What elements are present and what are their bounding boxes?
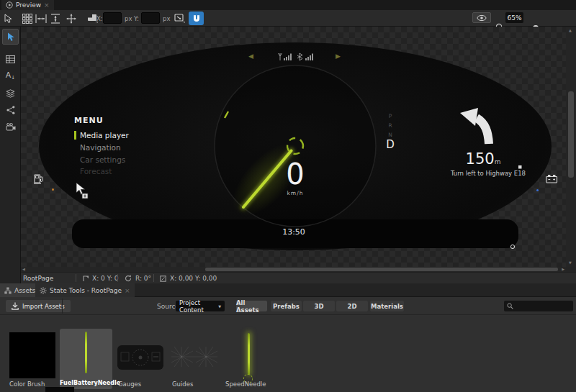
table-view-button[interactable] bbox=[2, 51, 19, 67]
rotation-icon bbox=[125, 275, 132, 282]
magnet-icon bbox=[192, 14, 201, 23]
tab-preview[interactable]: Preview × bbox=[1, 0, 54, 10]
eye-icon bbox=[477, 14, 487, 22]
horizontal-scrollbar[interactable]: ◀ ▶ bbox=[21, 267, 566, 272]
selection-tool-button[interactable] bbox=[1, 12, 15, 25]
y-label: Y: bbox=[134, 15, 139, 22]
asset-label: SpeedNeedle bbox=[225, 380, 266, 388]
text-tool-button[interactable]: A↓ bbox=[2, 68, 19, 84]
source-value: Project Content bbox=[179, 299, 218, 314]
cursor-icon bbox=[6, 32, 15, 42]
distribute-vertical-button[interactable] bbox=[48, 12, 63, 25]
center-expand-button[interactable] bbox=[64, 12, 78, 25]
cursor-icon bbox=[4, 14, 13, 24]
import-icon bbox=[12, 302, 19, 310]
assets-tab-label: Assets bbox=[14, 287, 35, 294]
reset-position-button[interactable] bbox=[172, 12, 186, 25]
select-tool-button[interactable] bbox=[2, 29, 19, 45]
grid-icon bbox=[22, 14, 32, 24]
close-icon[interactable]: × bbox=[125, 287, 130, 294]
guide-marker-dot-orange bbox=[52, 188, 54, 191]
rotation-value: R: 0° bbox=[135, 275, 151, 282]
tab-state-tools[interactable]: State Tools - RootPage × bbox=[35, 283, 135, 297]
zoom-level-value[interactable]: 65% bbox=[505, 12, 523, 23]
vertical-scrollbar[interactable]: ▲ ▼ bbox=[566, 27, 576, 267]
filter-2d[interactable]: 2D bbox=[336, 301, 368, 311]
separator bbox=[117, 274, 118, 282]
snapping-toggle-button[interactable] bbox=[189, 12, 204, 25]
size-icon bbox=[160, 275, 166, 282]
search-assets-box[interactable] bbox=[504, 301, 573, 311]
main-toolbar: X: px Y: px bbox=[0, 10, 576, 27]
filter-all-assets[interactable]: All Assets bbox=[236, 301, 267, 311]
y-input[interactable] bbox=[141, 12, 160, 24]
application-window: Preview × bbox=[0, 0, 576, 392]
assets-tree-icon bbox=[4, 287, 12, 294]
asset-thumb-speed-needle[interactable] bbox=[234, 332, 263, 386]
battery-icon bbox=[546, 174, 558, 183]
reset-position-icon bbox=[174, 14, 185, 23]
asset-thumb-guides[interactable] bbox=[171, 347, 217, 367]
distribute-horizontal-button[interactable] bbox=[34, 12, 48, 25]
filter-3d[interactable]: 3D bbox=[303, 301, 335, 311]
down-arrow-icon: ↓ bbox=[11, 75, 15, 81]
asset-label-selected: FuelBatteryNeedle bbox=[60, 380, 112, 386]
assets-toolbar: Import Assets Source: Project Content ▼ … bbox=[0, 297, 576, 315]
close-icon[interactable]: × bbox=[44, 1, 50, 9]
fuel-battery-needle-thumb bbox=[85, 332, 87, 373]
guide-handle-circle[interactable] bbox=[510, 245, 514, 248]
search-icon bbox=[507, 303, 513, 309]
camera-icon bbox=[6, 123, 16, 131]
visibility-button[interactable] bbox=[472, 12, 491, 23]
tool-sidebar: A↓ bbox=[0, 27, 21, 283]
connections-button[interactable] bbox=[2, 102, 19, 118]
fuel-pump-icon bbox=[34, 173, 44, 184]
position-value: X: 0 Y: 0 bbox=[92, 275, 119, 282]
asset-label: Color Brush bbox=[9, 380, 45, 388]
source-dropdown[interactable]: Project Content ▼ bbox=[176, 301, 225, 311]
scroll-right-icon[interactable]: ▶ bbox=[562, 268, 564, 271]
asset-label: Guides bbox=[172, 380, 193, 388]
layers-button[interactable] bbox=[2, 86, 19, 101]
asset-cell-selected[interactable]: FuelBatteryNeedle bbox=[60, 329, 112, 389]
asset-thumb-gauges[interactable] bbox=[117, 345, 163, 370]
x-unit: px bbox=[125, 15, 132, 22]
distribute-horizontal-icon bbox=[35, 14, 47, 23]
horizontal-scroll-thumb[interactable] bbox=[205, 268, 558, 271]
preview-tab-label: Preview bbox=[16, 1, 41, 9]
speed-needle-thumb bbox=[248, 333, 250, 375]
filter-materials[interactable]: Materials bbox=[370, 301, 404, 311]
current-page-name[interactable]: RootPage bbox=[23, 275, 53, 282]
scroll-down-icon[interactable]: ▼ bbox=[569, 261, 572, 265]
play-icon bbox=[6, 1, 13, 9]
table-icon bbox=[6, 55, 15, 63]
title-bar: Preview × bbox=[0, 0, 576, 10]
grid-view-button[interactable] bbox=[20, 12, 35, 25]
import-assets-button[interactable]: Import Assets bbox=[6, 300, 71, 312]
assets-panel: Import Assets Source: Project Content ▼ … bbox=[0, 297, 576, 392]
separator bbox=[153, 274, 154, 282]
separator bbox=[76, 274, 76, 282]
layers-icon bbox=[6, 89, 15, 98]
canvas-status-bar: RootPage X: 0 Y: 0 R: 0° X: 0,00 Y: 0,00 bbox=[21, 272, 576, 283]
expand-icon bbox=[66, 14, 76, 24]
asset-label: Gauges bbox=[118, 380, 141, 388]
scrollbar-corner bbox=[566, 267, 576, 272]
design-canvas[interactable]: ◀ ▶ MENU Media player Navigation Car set… bbox=[21, 27, 566, 267]
cluster-background bbox=[39, 42, 552, 250]
asset-thumb-color-brush[interactable] bbox=[9, 332, 55, 378]
filter-prefabs[interactable]: Prefabs bbox=[271, 301, 302, 311]
camera-button[interactable] bbox=[2, 119, 19, 135]
search-assets-input[interactable] bbox=[516, 303, 570, 310]
import-assets-label: Import Assets bbox=[22, 303, 65, 310]
chevron-down-icon: ▼ bbox=[218, 304, 221, 309]
y-unit: px bbox=[163, 15, 170, 22]
state-tools-tab-label: State Tools - RootPage bbox=[50, 287, 122, 294]
separator bbox=[62, 298, 63, 314]
vertical-scroll-thumb[interactable] bbox=[568, 91, 574, 178]
x-input[interactable] bbox=[103, 12, 122, 24]
scroll-left-icon[interactable]: ◀ bbox=[22, 268, 25, 271]
scroll-up-icon[interactable]: ▲ bbox=[569, 29, 572, 32]
x-label: X: bbox=[96, 15, 103, 22]
state-tools-gear-icon bbox=[40, 287, 47, 294]
